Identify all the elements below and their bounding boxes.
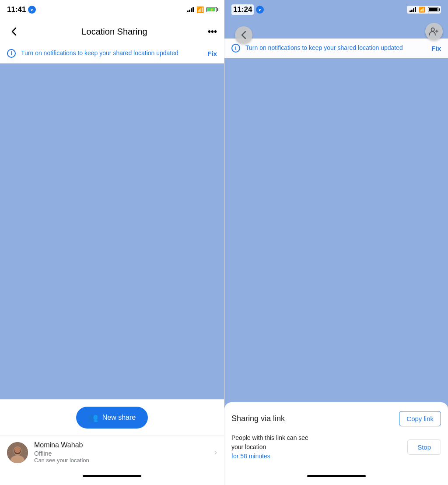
avatar [7,442,28,463]
signal-icon-right [410,7,416,12]
status-bar-right: 11:24 ▲ 📶 [224,0,448,19]
sharing-title: Sharing via link [231,414,285,423]
contact-sub: Can see your location [34,457,208,464]
back-button-right[interactable] [235,26,252,44]
more-button-left[interactable]: ••• [208,27,217,37]
wifi-icon-right: 📶 [419,7,425,13]
svg-point-4 [14,447,21,453]
wifi-icon-left: 📶 [196,6,204,13]
map-area-left[interactable] [0,63,224,399]
contact-row[interactable]: Momina Wahab Offline Can see your locati… [0,436,224,469]
svg-point-5 [431,28,434,31]
bottom-sheet-right: Sharing via link Copy link People with t… [224,402,448,485]
notification-banner-left: i Turn on notifications to keep your sha… [0,44,224,63]
add-people-icon: 👥 [88,413,98,422]
page-title-left: Location Sharing [81,27,147,37]
sharing-via-row: Sharing via link Copy link [224,402,448,432]
status-bar-left: 11:41 ▲ 📶 ⚡ [0,0,224,19]
fix-button-right[interactable]: Fix [431,45,441,52]
right-panel: 11:24 ▲ 📶 [224,0,448,485]
notification-banner-right: i Turn on notifications to keep your sha… [224,39,448,58]
sharing-desc-row: People with this link can see your locat… [224,432,448,470]
sharing-desc-text: People with this link can see your locat… [231,433,308,461]
stop-button[interactable]: Stop [407,439,441,455]
battery-icon-left: ⚡ [206,7,217,12]
contact-info: Momina Wahab Offline Can see your locati… [34,441,208,464]
info-icon-right: i [231,44,240,53]
bottom-bar-left: 👥 New share [0,399,224,436]
contact-status: Offline [34,450,208,457]
copy-link-button[interactable]: Copy link [399,411,441,426]
new-share-button[interactable]: 👥 New share [76,407,148,429]
location-icon-right: ▲ [256,6,264,14]
sharing-desc-line1: People with this link can see [231,434,308,441]
fix-button-left[interactable]: Fix [207,50,217,57]
nav-bar-left: Location Sharing ••• [0,19,224,44]
signal-icon-left [187,7,194,12]
sharing-duration: for 58 minutes [231,453,270,460]
status-icons-left: 📶 ⚡ [187,6,217,13]
home-indicator-right [307,475,366,477]
time-right: 11:24 [231,4,254,15]
new-share-label: New share [102,414,136,422]
chevron-right-icon: › [214,448,217,457]
contact-name: Momina Wahab [34,441,208,449]
back-button-left[interactable] [7,25,21,39]
status-icons-right: 📶 [407,6,441,14]
home-indicator-left [83,475,141,477]
notification-text-left: Turn on notifications to keep your share… [21,49,202,58]
left-panel: 11:41 ▲ 📶 ⚡ [0,0,224,485]
info-icon-left: i [7,49,16,58]
notification-text-right: Turn on notifications to keep your share… [245,44,426,53]
sharing-desc-line2: your location [231,443,266,450]
add-person-button-right[interactable] [425,23,443,40]
location-icon-left: ▲ [28,6,36,14]
time-left: 11:41 [7,5,26,14]
battery-icon-right [428,7,438,12]
